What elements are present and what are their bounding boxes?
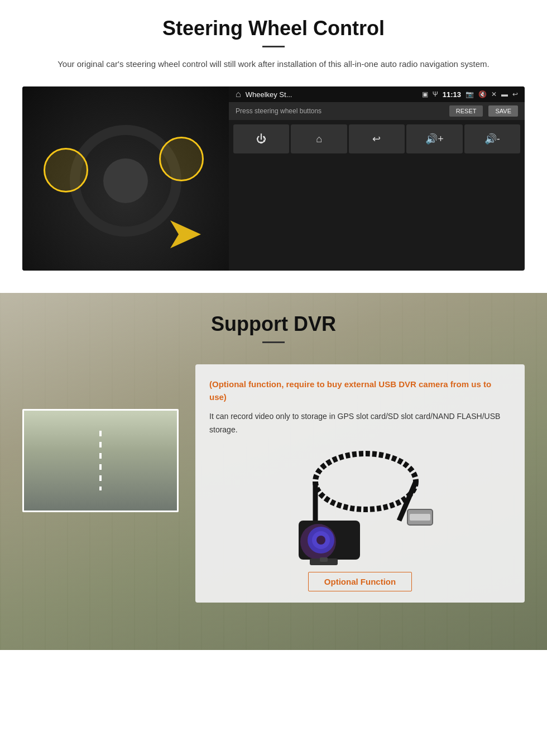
arrow-icon bbox=[167, 215, 212, 254]
save-button[interactable]: SAVE bbox=[488, 105, 518, 117]
dvr-preview-image bbox=[22, 409, 179, 512]
steering-bg bbox=[22, 86, 229, 271]
svg-rect-5 bbox=[410, 514, 430, 521]
optional-function-badge: Optional Function bbox=[308, 572, 412, 591]
vol-up-button[interactable]: 🔊+ bbox=[406, 124, 462, 153]
dvr-left-column bbox=[22, 409, 179, 512]
dvr-title-area: Support DVR bbox=[0, 293, 547, 348]
highlight-left bbox=[44, 148, 88, 192]
close-icon: ✕ bbox=[491, 90, 497, 98]
svg-point-1 bbox=[315, 454, 416, 509]
dvr-optional-text: (Optional function, require to buy exter… bbox=[209, 378, 511, 403]
android-panel: ⌂ Wheelkey St... ▣ Ψ 11:13 📷 🔇 ✕ ▬ ↩ Pre… bbox=[229, 86, 525, 271]
dvr-title: Support DVR bbox=[0, 312, 547, 336]
title-divider-steering bbox=[262, 46, 285, 47]
home-button[interactable]: ⌂ bbox=[291, 124, 347, 153]
dvr-content: (Optional function, require to buy exter… bbox=[0, 353, 547, 619]
camera-icon: 📷 bbox=[466, 90, 474, 98]
android-statusbar: ⌂ Wheelkey St... ▣ Ψ 11:13 📷 🔇 ✕ ▬ ↩ bbox=[229, 86, 525, 102]
svg-point-10 bbox=[300, 524, 336, 560]
vol-down-button[interactable]: 🔊- bbox=[464, 124, 520, 153]
title-divider-dvr bbox=[262, 341, 285, 343]
steering-subtitle: Your original car's steering wheel contr… bbox=[56, 57, 491, 71]
camera-cable-svg bbox=[265, 448, 455, 565]
steering-wheel-inner bbox=[103, 158, 148, 203]
home-icon: ⌂ bbox=[236, 89, 241, 99]
steering-demo: ⌂ Wheelkey St... ▣ Ψ 11:13 📷 🔇 ✕ ▬ ↩ Pre… bbox=[22, 86, 525, 271]
svg-rect-12 bbox=[320, 557, 328, 562]
steering-section: Steering Wheel Control Your original car… bbox=[0, 0, 547, 293]
hdmi-icon: ▬ bbox=[501, 90, 508, 98]
svg-marker-0 bbox=[170, 220, 201, 248]
highlight-right bbox=[159, 137, 204, 181]
back-button[interactable]: ↩ bbox=[349, 124, 405, 153]
steering-title: Steering Wheel Control bbox=[22, 17, 525, 40]
toolbar-label: Press steering wheel buttons bbox=[236, 107, 444, 115]
time-display: 11:13 bbox=[443, 90, 461, 99]
android-toolbar: Press steering wheel buttons RESET SAVE bbox=[229, 102, 525, 120]
usb-icon: Ψ bbox=[433, 90, 438, 98]
button-grid: ⏻ ⌂ ↩ 🔊+ 🔊- bbox=[229, 120, 525, 158]
dvr-description: It can record video only to storage in G… bbox=[209, 410, 511, 437]
reset-button[interactable]: RESET bbox=[449, 105, 483, 117]
dvr-section: Support DVR (Optional function, require … bbox=[0, 293, 547, 650]
dvr-camera-image bbox=[209, 448, 511, 565]
status-icons: ▣ Ψ 11:13 📷 🔇 ✕ ▬ ↩ bbox=[422, 90, 518, 99]
steering-wheel-outer bbox=[70, 125, 181, 237]
power-button[interactable]: ⏻ bbox=[233, 124, 289, 153]
dvr-info-card: (Optional function, require to buy exter… bbox=[195, 364, 525, 603]
app-name: Wheelkey St... bbox=[246, 90, 418, 99]
volume-icon: 🔇 bbox=[478, 90, 487, 98]
steering-photo bbox=[22, 86, 229, 271]
sim-icon: ▣ bbox=[422, 90, 428, 98]
back-icon: ↩ bbox=[512, 90, 518, 98]
